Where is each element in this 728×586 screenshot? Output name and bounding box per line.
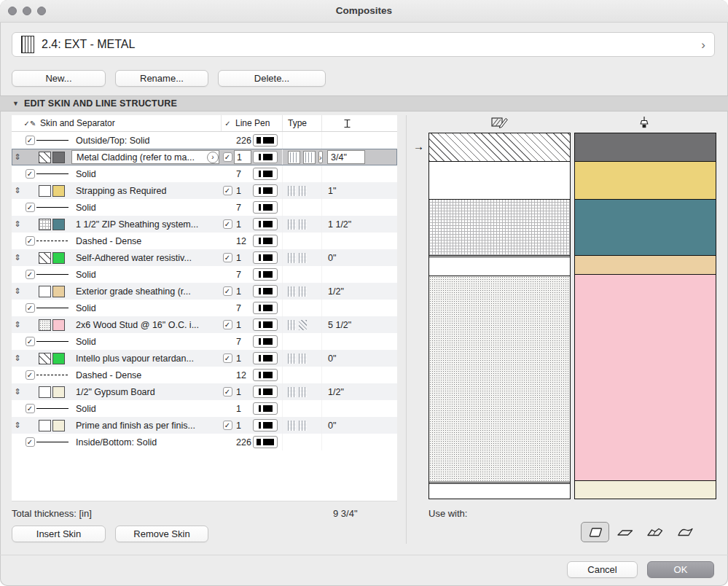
skin-name[interactable]: Strapping as Required — [71, 182, 221, 199]
surface-color-swatch[interactable] — [52, 185, 65, 197]
composite-selector[interactable]: 2.4: EXT - METAL › — [12, 32, 715, 57]
insert-skin-button[interactable]: Insert Skin — [12, 526, 106, 542]
skin-row[interactable]: ⇕Metal Cladding (refer to ma...›✓1›3/4" — [12, 149, 397, 165]
separator-visibility-checkbox[interactable]: ✓ — [26, 437, 35, 447]
thickness-value[interactable]: 3/4" — [327, 150, 365, 164]
use-with-shell-button[interactable] — [670, 522, 699, 542]
separator-row[interactable]: ✓Dashed - Dense12 — [12, 367, 397, 383]
separator-visibility-checkbox[interactable]: ✓ — [26, 404, 35, 413]
surface-color-swatch[interactable] — [52, 386, 65, 398]
drag-handle-icon[interactable]: ⇕ — [12, 354, 23, 362]
skin-row[interactable]: ⇕1/2" Gypsum Board✓11/2" — [12, 383, 397, 400]
separator-row[interactable]: ✓Solid1 — [12, 400, 397, 417]
fill-orientation-button[interactable] — [288, 151, 300, 164]
surface-color-swatch[interactable] — [52, 420, 65, 431]
pen-color-button[interactable] — [253, 184, 278, 197]
pen-color-button[interactable] — [253, 151, 278, 163]
skin-visibility-checkbox[interactable]: ✓ — [223, 219, 232, 229]
separator-visibility-checkbox[interactable]: ✓ — [26, 303, 35, 313]
separator-row[interactable]: ✓Outside/Top: Solid226 — [12, 132, 397, 149]
separator-row[interactable]: ✓Solid7 — [12, 300, 397, 316]
separator-visibility-checkbox[interactable]: ✓ — [26, 236, 35, 246]
pen-color-button[interactable] — [253, 386, 278, 398]
surface-color-swatch[interactable] — [52, 219, 65, 230]
skin-row[interactable]: ⇕Exterior grade sheathing (r...✓11/2" — [12, 283, 397, 300]
rename-button[interactable]: Rename... — [115, 70, 208, 87]
skin-name[interactable]: 1 1/2" ZIP Sheathing system... — [71, 216, 221, 233]
pen-color-button[interactable] — [253, 402, 278, 415]
remove-skin-button[interactable]: Remove Skin — [115, 526, 208, 542]
drag-handle-icon[interactable]: ⇕ — [12, 388, 23, 396]
skin-name[interactable]: Prime and finish as per finis... — [71, 417, 221, 434]
drag-handle-icon[interactable]: ⇕ — [12, 287, 23, 295]
cut-fill-swatch[interactable] — [39, 319, 51, 331]
minimize-button-icon[interactable] — [23, 7, 31, 15]
surface-color-swatch[interactable] — [52, 152, 65, 163]
skin-row[interactable]: ⇕Self-Adhered water resistiv...✓10" — [12, 249, 397, 266]
cut-fill-swatch[interactable] — [39, 286, 51, 297]
skin-name[interactable]: 1/2" Gypsum Board — [71, 383, 221, 400]
separator-visibility-checkbox[interactable]: ✓ — [26, 337, 35, 346]
cut-fill-swatch[interactable] — [39, 252, 51, 264]
skin-visibility-checkbox[interactable]: ✓ — [223, 286, 232, 296]
pen-number[interactable]: 1 — [234, 150, 251, 164]
use-with-roof-button[interactable] — [641, 522, 669, 542]
cut-fill-swatch[interactable] — [39, 386, 51, 398]
surface-color-swatch[interactable] — [52, 286, 65, 297]
pen-color-button[interactable] — [253, 419, 278, 431]
drag-handle-icon[interactable]: ⇕ — [12, 321, 23, 329]
skin-row[interactable]: ⇕1 1/2" ZIP Sheathing system...✓11 1/2" — [12, 216, 397, 233]
pen-color-button[interactable] — [253, 168, 278, 180]
separator-visibility-checkbox[interactable]: ✓ — [26, 169, 35, 179]
skin-row[interactable]: ⇕Strapping as Required✓11" — [12, 182, 397, 199]
ok-button[interactable]: OK — [647, 561, 714, 578]
skin-name[interactable]: Self-Adhered water resistiv... — [71, 249, 221, 266]
pen-color-button[interactable] — [253, 302, 278, 314]
drag-handle-icon[interactable]: ⇕ — [12, 187, 23, 195]
separator-row[interactable]: ✓Dashed - Dense12 — [12, 233, 397, 249]
disclosure-triangle-icon[interactable]: ▼ — [12, 100, 19, 107]
skin-row[interactable]: ⇕Prime and finish as per finis...✓10" — [12, 417, 397, 434]
cancel-button[interactable]: Cancel — [567, 561, 638, 578]
skin-name[interactable]: Intello plus vapour retardan... — [71, 350, 221, 367]
separator-visibility-checkbox[interactable]: ✓ — [26, 370, 35, 380]
skin-name[interactable]: Metal Cladding (refer to ma...› — [71, 150, 219, 164]
surface-color-swatch[interactable] — [52, 319, 65, 331]
use-with-wall-button[interactable] — [581, 522, 609, 542]
chevron-right-icon[interactable]: › — [207, 152, 219, 163]
skin-name[interactable]: 2x6 Wood Stud @ 16" O.C. i... — [71, 316, 221, 333]
separator-row[interactable]: ✓Solid7 — [12, 199, 397, 216]
pen-color-button[interactable] — [253, 251, 278, 264]
cut-fill-swatch[interactable] — [39, 219, 51, 230]
skin-visibility-checkbox[interactable]: ✓ — [223, 320, 232, 329]
zoom-button-icon[interactable] — [37, 7, 46, 15]
skin-visibility-checkbox[interactable]: ✓ — [223, 387, 232, 396]
cut-fill-swatch[interactable] — [39, 420, 51, 431]
skin-visibility-checkbox[interactable]: ✓ — [223, 353, 232, 363]
separator-visibility-checkbox[interactable]: ✓ — [26, 270, 35, 279]
separator-row[interactable]: ✓Solid7 — [12, 266, 397, 283]
pen-color-button[interactable] — [253, 134, 278, 146]
fill-orientation-button[interactable] — [303, 151, 316, 164]
use-with-slab-button[interactable] — [611, 522, 639, 542]
skin-row[interactable]: ⇕Intello plus vapour retardan...✓10" — [12, 350, 397, 367]
pen-color-button[interactable] — [253, 436, 278, 448]
pen-color-button[interactable] — [253, 335, 278, 348]
cut-fill-swatch[interactable] — [39, 152, 51, 163]
separator-row[interactable]: ✓Solid7 — [12, 165, 397, 182]
pen-color-button[interactable] — [253, 218, 278, 230]
close-button-icon[interactable] — [8, 7, 17, 15]
pen-color-button[interactable] — [253, 268, 278, 281]
skin-visibility-checkbox[interactable]: ✓ — [223, 253, 232, 262]
pen-color-button[interactable] — [253, 352, 278, 364]
skin-visibility-checkbox[interactable]: ✓ — [223, 186, 232, 195]
pen-color-button[interactable] — [253, 285, 278, 297]
pen-color-button[interactable] — [253, 369, 278, 381]
cut-fill-swatch[interactable] — [39, 353, 51, 364]
cut-fill-swatch[interactable] — [39, 185, 51, 197]
drag-handle-icon[interactable]: ⇕ — [12, 153, 23, 161]
skin-name[interactable]: Exterior grade sheathing (r... — [71, 283, 221, 300]
new-button[interactable]: New... — [12, 70, 106, 87]
section-header[interactable]: ▼ EDIT SKIN AND LINE STRUCTURE — [0, 95, 728, 112]
skin-visibility-checkbox[interactable]: ✓ — [223, 421, 232, 430]
